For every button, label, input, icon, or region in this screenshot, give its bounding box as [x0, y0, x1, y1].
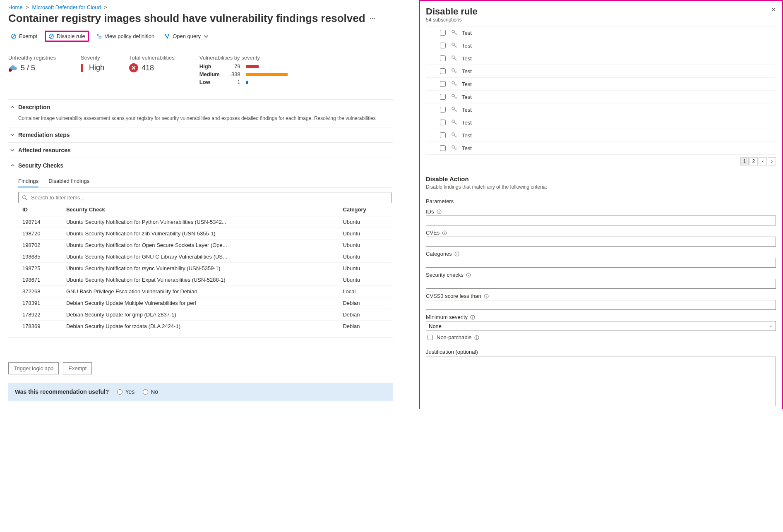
search-input[interactable] [30, 194, 388, 201]
subscription-checkbox[interactable] [440, 94, 446, 100]
subscription-label: Test [462, 132, 472, 139]
feedback-no[interactable]: No [143, 388, 158, 395]
pager-prev-icon[interactable]: ‹ [759, 157, 767, 165]
checks-accordion-toggle[interactable]: Security Checks [8, 158, 393, 173]
sev-high-label: High [199, 63, 222, 69]
categories-input[interactable] [426, 258, 776, 268]
desc-accordion-toggle[interactable]: Description [8, 100, 393, 115]
cell-check: Ubuntu Security Notification for GNU C L… [62, 251, 339, 263]
disable-rule-button[interactable]: Disable rule [45, 31, 89, 42]
subscription-row[interactable]: Test [426, 65, 776, 78]
subscription-checkbox[interactable] [440, 55, 446, 61]
table-row[interactable]: 178369Debian Security Update for tzdata … [18, 321, 392, 332]
info-icon[interactable] [474, 335, 479, 340]
exempt-button-bottom[interactable]: Exempt [63, 362, 92, 374]
subscription-checkbox[interactable] [440, 43, 446, 48]
cvss-input[interactable] [426, 300, 776, 310]
trigger-logic-app-button[interactable]: Trigger logic app [8, 362, 59, 374]
svg-point-58 [486, 295, 486, 295]
cell-id: 198725 [18, 263, 62, 274]
table-row[interactable]: 178922Debian Security Update for gmp (DL… [18, 309, 392, 321]
info-icon[interactable] [437, 209, 442, 214]
subscription-checkbox[interactable] [440, 132, 446, 138]
cell-id: 198714 [18, 216, 62, 228]
severity-card: Severity High [81, 55, 104, 87]
cell-check: Ubuntu Security Notification for Open Se… [62, 240, 339, 251]
subscription-checkbox[interactable] [440, 68, 446, 74]
feedback-yes[interactable]: Yes [117, 388, 135, 395]
subscription-row[interactable]: Test [426, 103, 776, 116]
key-icon [451, 93, 458, 100]
search-input-wrap[interactable] [18, 192, 392, 203]
exempt-button[interactable]: Exempt [8, 32, 40, 41]
disable-action-desc: Disable findings that match any of the f… [426, 184, 776, 190]
justification-textarea[interactable] [426, 357, 776, 406]
table-row[interactable]: 198685Ubuntu Security Notification for G… [18, 251, 392, 263]
cell-category: Debian [339, 297, 392, 309]
info-icon[interactable] [466, 273, 471, 278]
info-icon[interactable] [454, 252, 459, 256]
subscription-row[interactable]: Test [426, 116, 776, 129]
ids-input[interactable] [426, 216, 776, 225]
subscription-row[interactable]: Test [426, 78, 776, 91]
total-card: Total vulnerabilities ✕ 418 [129, 55, 175, 87]
toolbar: Exempt Disable rule View policy definiti… [8, 31, 393, 46]
more-icon[interactable]: ··· [370, 14, 376, 23]
table-row[interactable]: 198702Ubuntu Security Notification for O… [18, 240, 392, 251]
table-row[interactable]: 178391Debian Security Update Multiple Vu… [18, 297, 392, 309]
subscription-list: TestTestTestTestTestTestTestTestTestTest [426, 26, 776, 155]
cell-id: 372268 [18, 286, 62, 297]
key-icon [451, 106, 458, 113]
close-icon[interactable]: ✕ [771, 6, 776, 13]
checks-label: Security checks [426, 272, 776, 278]
tab-findings[interactable]: Findings [18, 175, 38, 187]
checks-input[interactable] [426, 279, 776, 289]
subscription-row[interactable]: Test [426, 129, 776, 142]
breadcrumb-defender[interactable]: Microsoft Defender for Cloud [32, 4, 101, 10]
subscription-row[interactable]: Test [426, 26, 776, 39]
subscription-row[interactable]: Test [426, 52, 776, 65]
tab-disabled-findings[interactable]: Disabled findings [48, 175, 89, 187]
subscription-row[interactable]: Test [426, 39, 776, 52]
info-icon[interactable] [470, 315, 475, 320]
svg-point-4 [97, 34, 98, 36]
subscription-label: Test [462, 68, 472, 74]
table-row[interactable]: 198720Ubuntu Security Notification for z… [18, 228, 392, 240]
prohibit-icon [48, 34, 54, 39]
affected-accordion-toggle[interactable]: Affected resources [8, 143, 393, 158]
cell-category: Ubuntu [339, 274, 392, 286]
no-label: No [151, 388, 158, 395]
nonpatchable-checkbox[interactable] [428, 335, 433, 340]
subscription-checkbox[interactable] [440, 81, 446, 87]
info-icon[interactable] [442, 230, 447, 235]
subscription-row[interactable]: Test [426, 91, 776, 103]
subscription-checkbox[interactable] [440, 145, 446, 151]
table-row[interactable]: 198714Ubuntu Security Notification for P… [18, 216, 392, 228]
col-check[interactable]: Security Check [62, 203, 339, 216]
cves-input[interactable] [426, 237, 776, 247]
cell-check: Debian Security Update Multiple Vulnerab… [62, 297, 339, 309]
col-category[interactable]: Category [339, 203, 392, 216]
subscription-checkbox[interactable] [440, 120, 446, 125]
col-id[interactable]: ID [18, 203, 62, 216]
subscription-checkbox[interactable] [440, 107, 446, 113]
minsev-select[interactable] [426, 321, 776, 331]
subscription-checkbox[interactable] [440, 30, 446, 36]
table-row[interactable]: 372268GNU Bash Privilege Escalation Vuln… [18, 286, 392, 297]
info-icon[interactable] [484, 294, 489, 299]
breadcrumb-home[interactable]: Home [8, 4, 23, 10]
pager-next-icon[interactable]: › [768, 157, 776, 165]
svg-line-1 [12, 35, 15, 38]
cell-id: 198671 [18, 274, 62, 286]
subscription-row[interactable]: Test [426, 142, 776, 155]
remediation-accordion-toggle[interactable]: Remediation steps [8, 127, 393, 142]
table-row[interactable]: 198725Ubuntu Security Notification for r… [18, 263, 392, 274]
view-policy-button[interactable]: View policy definition [94, 32, 157, 41]
table-row[interactable]: 198671Ubuntu Security Notification for E… [18, 274, 392, 286]
pager-1[interactable]: 1 [740, 157, 749, 165]
open-query-button[interactable]: Open query [162, 32, 211, 41]
svg-line-9 [166, 35, 168, 38]
pager-2[interactable]: 2 [749, 157, 758, 165]
chevron-up-icon [10, 163, 15, 168]
chevron-down-icon [203, 34, 209, 39]
